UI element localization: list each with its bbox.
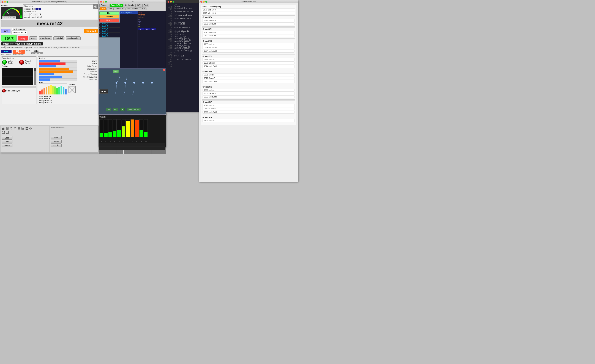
track-row[interactable]: 0 track_1 [99,22,120,25]
tab-master[interactable]: Master-lev [114,7,126,10]
node-item[interactable]: 1627 audioIn [203,119,295,122]
tab-soundsfiles[interactable]: SoundsFiles [110,4,123,7]
delete-button[interactable]: Delete [99,19,119,22]
export-icon[interactable] [21,127,24,130]
node-item[interactable]: 2529 audioIn [203,104,295,107]
nextlabel-button[interactable]: nextlabel [53,36,64,40]
grid-icon[interactable] [25,127,28,130]
track-row[interactable]: 0 track_3 [99,28,120,30]
reorder-btn-left[interactable]: reorder [2,144,12,147]
tv0-max[interactable] [105,1,107,3]
track-row[interactable]: 0 track_5 [99,33,120,35]
sim-num1[interactable]: 1 [24,13,29,16]
node-item[interactable]: 2571 audioIn [203,73,295,76]
open-value[interactable]: 0 [35,8,41,10]
mesure-dropdown[interactable]: mesure138 [12,30,27,34]
code-close[interactable] [168,1,169,3]
reloadscore-button[interactable]: reloadscore [39,36,52,40]
tv0-close[interactable] [100,1,102,3]
rand-btn-right[interactable]: Rand [51,140,62,143]
node-item[interactable]: 2795 audioIn [203,43,295,46]
maximize-btn[interactable] [7,1,8,3]
tab-init[interactable]: INIT [135,4,142,7]
nodetree-close[interactable] [200,1,202,3]
node-item[interactable]: 2530 fftFreeze [203,107,295,110]
save-icon[interactable] [6,127,9,130]
nodetree-traffic-lights[interactable] [200,1,207,3]
onoff-toggle[interactable] [69,86,76,93]
start-button[interactable]: start [1,35,16,42]
line-number: 7737 [167,50,172,52]
checkbox-icon[interactable] [32,8,35,10]
node-item[interactable]: 2872 audioOut [203,34,295,37]
traffic-lights[interactable] [2,1,8,3]
tab-boot[interactable]: Boot [142,4,149,7]
node-item[interactable]: 2873 tWaveTab1 [203,31,295,34]
node-item[interactable]: 2572 tCombC [203,77,295,80]
node-item[interactable]: 2827 adict_20_8 [202,12,295,15]
bass-synth-label[interactable]: BassSynth1 [120,11,138,14]
tab-tree[interactable]: Tree [107,7,113,10]
settings-icon[interactable] [29,127,32,130]
synths-scrollbar[interactable] [2,86,36,88]
stop-button[interactable]: stop [18,36,28,41]
track-row[interactable]: 0 track_6 [99,35,120,37]
node-item[interactable]: 2796 cortaonset [203,46,295,49]
stop-synths-btn[interactable] [19,60,24,65]
load-btn-right[interactable]: Load [51,136,62,139]
node-item[interactable]: 2870 adict_20_8 [202,8,295,11]
rand-btn-left[interactable]: Rand [2,140,12,143]
radio2-icon[interactable] [39,13,41,15]
score-button[interactable]: score [29,36,37,40]
new-button[interactable]: New [99,12,119,15]
tab-aux[interactable]: Aux [140,7,146,10]
code-max[interactable] [173,1,174,3]
fit-icon[interactable] [2,131,5,134]
code-min[interactable] [170,1,172,3]
sim-num2[interactable]: 2 [33,13,38,16]
node-item[interactable]: 2532 audioOut8 [203,95,295,98]
node-item[interactable]: 2575 audioIn [203,58,295,61]
radio1-icon[interactable] [30,13,32,15]
undo-icon[interactable] [10,127,13,130]
nodetree-max[interactable] [205,1,207,3]
close-btn[interactable] [2,1,3,3]
sc-active-indicator[interactable] [2,60,7,65]
tab-ctrllevels[interactable]: Ctrl Levels [124,4,135,7]
stop-select-synth-btn[interactable] [2,89,6,93]
info-button[interactable]: info [1,29,10,33]
code-traffic-lights[interactable] [168,1,174,3]
node-item[interactable]: 2570 audioOut8 [203,80,295,83]
open-button[interactable]: open [24,8,31,10]
node-item[interactable]: 2533 audioIn [203,89,295,92]
node-item[interactable]: 2528 audioOut8 [203,111,295,114]
node-item[interactable]: 2576 tStreson [203,61,295,64]
load-btn-left[interactable]: Load [2,136,12,140]
track-row[interactable]: 0 track_2 [99,25,120,28]
expand-icon[interactable] [6,131,9,134]
node-item[interactable]: 2876 tWaveTab1 [203,19,295,22]
refresh-menu-label[interactable]: refresh menu [12,28,83,30]
info-icon[interactable]: i [17,127,21,130]
tab-osc[interactable]: OSC-receiver [126,7,140,10]
synths-fader[interactable] [34,68,36,86]
tab-browser[interactable]: Browser [99,4,109,7]
nodetree-min[interactable] [203,1,205,3]
previouslabel-button[interactable]: previouslabel [66,36,81,40]
tab-envs[interactable]: Envs [99,7,106,10]
track-row[interactable]: 0 track_4 [99,30,120,33]
node-item[interactable]: 2574 audioOut8 [203,65,295,68]
bar-bg [39,76,77,78]
speaker-icon[interactable] [93,4,98,9]
tv0-min[interactable] [103,1,104,3]
tv0-traffic-lights[interactable] [100,1,107,3]
node-item[interactable]: 2875 audioOut [203,22,295,25]
rename-button[interactable]: Rename [99,15,119,18]
refresh-checkbox-icon[interactable] [12,28,14,30]
node-item[interactable]: 2794 audioOut8 [203,50,295,53]
calibration-label[interactable]: p input-calibration [2,16,16,19]
minimize-btn[interactable] [4,1,6,3]
node-item[interactable]: 2534 fftFreeze [203,92,295,95]
reorder-btn-right[interactable]: reorder [51,143,62,147]
redo-icon[interactable] [14,127,17,130]
